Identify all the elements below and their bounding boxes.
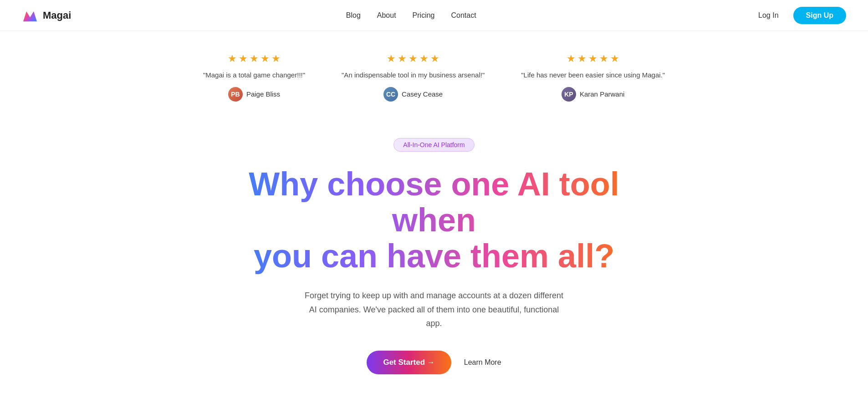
- star-icon: ★: [260, 53, 270, 65]
- author-name-3: Karan Parwani: [580, 90, 624, 98]
- login-button[interactable]: Log In: [751, 8, 786, 23]
- author-name-2: Casey Cease: [402, 90, 443, 98]
- star-icon: ★: [387, 53, 396, 65]
- star-icon: ★: [250, 53, 259, 65]
- magai-logo-icon: [22, 7, 38, 24]
- learn-more-button[interactable]: Learn More: [464, 358, 501, 367]
- logo[interactable]: Magai: [22, 7, 71, 24]
- star-icon: ★: [430, 53, 439, 65]
- star-icon: ★: [567, 53, 576, 65]
- platform-badge: All-In-One AI Platform: [393, 138, 474, 152]
- star-icon: ★: [610, 53, 619, 65]
- testimonial-author-1: PB Paige Bliss: [228, 87, 280, 102]
- star-icon: ★: [398, 53, 407, 65]
- navbar: Magai Blog About Pricing Contact Log In …: [0, 0, 868, 31]
- stars-3: ★ ★ ★ ★ ★: [567, 53, 619, 65]
- star-icon: ★: [228, 53, 237, 65]
- testimonial-text-3: "Life has never been easier since using …: [521, 70, 665, 81]
- author-name-1: Paige Bliss: [246, 90, 280, 98]
- nav-about[interactable]: About: [377, 11, 396, 19]
- nav-contact[interactable]: Contact: [451, 11, 476, 19]
- get-started-button[interactable]: Get Started →: [367, 351, 451, 374]
- star-icon: ★: [408, 53, 418, 65]
- testimonials-section: ★ ★ ★ ★ ★ "Magai is a total game changer…: [0, 31, 868, 120]
- avatar-casey: CC: [383, 87, 398, 102]
- logo-text: Magai: [43, 10, 71, 21]
- nav-blog[interactable]: Blog: [346, 11, 361, 19]
- headline-line1: Why choose one AI tool when: [249, 166, 619, 238]
- avatar-paige: PB: [228, 87, 243, 102]
- star-icon: ★: [239, 53, 248, 65]
- star-icon: ★: [588, 53, 597, 65]
- main-headline: Why choose one AI tool when you can have…: [229, 166, 639, 275]
- star-icon: ★: [599, 53, 608, 65]
- testimonial-author-3: KP Karan Parwani: [562, 87, 624, 102]
- testimonial-1: ★ ★ ★ ★ ★ "Magai is a total game changer…: [203, 53, 305, 102]
- testimonial-2: ★ ★ ★ ★ ★ "An indispensable tool in my b…: [342, 53, 485, 102]
- testimonial-text-2: "An indispensable tool in my business ar…: [342, 70, 485, 81]
- star-icon: ★: [577, 53, 587, 65]
- testimonial-3: ★ ★ ★ ★ ★ "Life has never been easier si…: [521, 53, 665, 102]
- main-subheadline: Forget trying to keep up with and manage…: [302, 289, 566, 331]
- testimonial-author-2: CC Casey Cease: [383, 87, 443, 102]
- signup-button[interactable]: Sign Up: [793, 7, 846, 24]
- nav-pricing[interactable]: Pricing: [413, 11, 435, 19]
- main-section: All-In-One AI Platform Why choose one AI…: [0, 120, 868, 393]
- nav-actions: Log In Sign Up: [751, 7, 846, 24]
- star-icon: ★: [419, 53, 429, 65]
- star-icon: ★: [271, 53, 281, 65]
- stars-1: ★ ★ ★ ★ ★: [228, 53, 281, 65]
- cta-area: Get Started → Learn More: [367, 351, 501, 374]
- stars-2: ★ ★ ★ ★ ★: [387, 53, 439, 65]
- avatar-karan: KP: [562, 87, 576, 102]
- headline-line2: you can have them all?: [254, 238, 614, 274]
- testimonial-text-1: "Magai is a total game changer!!!": [203, 70, 305, 81]
- nav-links: Blog About Pricing Contact: [346, 11, 476, 20]
